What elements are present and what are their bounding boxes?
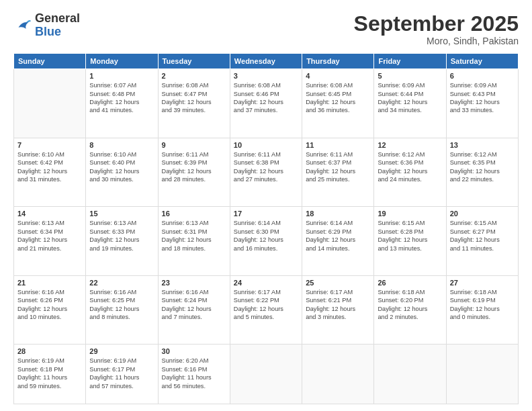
logo: General Blue [13, 12, 80, 39]
table-row: 2Sunrise: 6:08 AM Sunset: 6:47 PM Daylig… [158, 69, 230, 138]
calendar-header-row: Sunday Monday Tuesday Wednesday Thursday… [14, 54, 519, 69]
day-number: 20 [450, 210, 515, 218]
col-thursday: Thursday [302, 54, 374, 69]
day-number: 4 [306, 72, 370, 80]
table-row: 23Sunrise: 6:16 AM Sunset: 6:24 PM Dayli… [158, 275, 230, 345]
table-row: 27Sunrise: 6:18 AM Sunset: 6:19 PM Dayli… [446, 275, 518, 345]
table-row [230, 345, 302, 404]
day-number: 1 [89, 72, 154, 80]
table-row: 15Sunrise: 6:13 AM Sunset: 6:33 PM Dayli… [86, 207, 158, 276]
table-row: 1Sunrise: 6:07 AM Sunset: 6:48 PM Daylig… [86, 69, 158, 138]
page-header: General Blue September 2025 Moro, Sindh,… [13, 12, 519, 46]
day-info: Sunrise: 6:15 AM Sunset: 6:27 PM Dayligh… [450, 219, 515, 253]
day-number: 14 [17, 210, 82, 218]
day-info: Sunrise: 6:07 AM Sunset: 6:48 PM Dayligh… [89, 81, 154, 115]
day-info: Sunrise: 6:12 AM Sunset: 6:35 PM Dayligh… [450, 150, 515, 184]
logo-general-text: General [35, 11, 80, 25]
day-number: 23 [162, 279, 226, 287]
table-row: 16Sunrise: 6:13 AM Sunset: 6:31 PM Dayli… [158, 207, 230, 276]
table-row: 24Sunrise: 6:17 AM Sunset: 6:22 PM Dayli… [230, 275, 302, 345]
day-number: 7 [17, 141, 82, 149]
day-info: Sunrise: 6:16 AM Sunset: 6:24 PM Dayligh… [162, 288, 226, 322]
month-title: September 2025 [354, 12, 519, 36]
day-info: Sunrise: 6:19 AM Sunset: 6:18 PM Dayligh… [17, 357, 82, 390]
day-number: 30 [162, 347, 226, 355]
col-wednesday: Wednesday [230, 54, 302, 69]
day-number: 29 [89, 347, 154, 355]
day-number: 22 [89, 279, 154, 287]
table-row: 20Sunrise: 6:15 AM Sunset: 6:27 PM Dayli… [446, 207, 518, 276]
day-info: Sunrise: 6:10 AM Sunset: 6:40 PM Dayligh… [89, 150, 154, 184]
day-info: Sunrise: 6:11 AM Sunset: 6:39 PM Dayligh… [162, 150, 226, 184]
logo-bird-icon [13, 16, 32, 35]
day-info: Sunrise: 6:11 AM Sunset: 6:38 PM Dayligh… [234, 150, 298, 184]
day-info: Sunrise: 6:08 AM Sunset: 6:45 PM Dayligh… [306, 81, 370, 115]
table-row: 21Sunrise: 6:16 AM Sunset: 6:26 PM Dayli… [14, 275, 86, 345]
day-info: Sunrise: 6:13 AM Sunset: 6:31 PM Dayligh… [162, 219, 226, 253]
day-info: Sunrise: 6:20 AM Sunset: 6:16 PM Dayligh… [162, 357, 226, 390]
day-info: Sunrise: 6:09 AM Sunset: 6:44 PM Dayligh… [378, 81, 442, 115]
day-info: Sunrise: 6:08 AM Sunset: 6:47 PM Dayligh… [162, 81, 226, 115]
calendar-table: Sunday Monday Tuesday Wednesday Thursday… [13, 53, 519, 404]
day-info: Sunrise: 6:15 AM Sunset: 6:28 PM Dayligh… [378, 219, 442, 253]
day-number: 25 [306, 279, 370, 287]
day-number: 8 [89, 141, 154, 149]
calendar-week-row: 14Sunrise: 6:13 AM Sunset: 6:34 PM Dayli… [14, 207, 519, 276]
day-number: 17 [234, 210, 298, 218]
table-row: 29Sunrise: 6:19 AM Sunset: 6:17 PM Dayli… [86, 345, 158, 404]
day-number: 2 [162, 72, 226, 80]
logo-blue-text: Blue [35, 25, 61, 38]
title-block: September 2025 Moro, Sindh, Pakistan [354, 12, 519, 46]
col-tuesday: Tuesday [158, 54, 230, 69]
day-info: Sunrise: 6:14 AM Sunset: 6:30 PM Dayligh… [234, 219, 298, 253]
day-info: Sunrise: 6:10 AM Sunset: 6:42 PM Dayligh… [17, 150, 82, 184]
day-info: Sunrise: 6:16 AM Sunset: 6:26 PM Dayligh… [17, 288, 82, 322]
day-number: 11 [306, 141, 370, 149]
calendar-week-row: 28Sunrise: 6:19 AM Sunset: 6:18 PM Dayli… [14, 345, 519, 404]
col-monday: Monday [86, 54, 158, 69]
day-number: 6 [450, 72, 515, 80]
day-number: 28 [17, 347, 82, 355]
day-info: Sunrise: 6:16 AM Sunset: 6:25 PM Dayligh… [89, 288, 154, 322]
day-number: 9 [162, 141, 226, 149]
table-row: 28Sunrise: 6:19 AM Sunset: 6:18 PM Dayli… [14, 345, 86, 404]
col-sunday: Sunday [14, 54, 86, 69]
table-row: 3Sunrise: 6:08 AM Sunset: 6:46 PM Daylig… [230, 69, 302, 138]
day-info: Sunrise: 6:09 AM Sunset: 6:43 PM Dayligh… [450, 81, 515, 115]
table-row [14, 69, 86, 138]
table-row: 14Sunrise: 6:13 AM Sunset: 6:34 PM Dayli… [14, 207, 86, 276]
day-info: Sunrise: 6:14 AM Sunset: 6:29 PM Dayligh… [306, 219, 370, 253]
day-info: Sunrise: 6:18 AM Sunset: 6:19 PM Dayligh… [450, 288, 515, 322]
location: Moro, Sindh, Pakistan [354, 36, 519, 46]
day-info: Sunrise: 6:13 AM Sunset: 6:33 PM Dayligh… [89, 219, 154, 253]
day-number: 5 [378, 72, 442, 80]
day-number: 16 [162, 210, 226, 218]
table-row: 6Sunrise: 6:09 AM Sunset: 6:43 PM Daylig… [446, 69, 518, 138]
table-row: 18Sunrise: 6:14 AM Sunset: 6:29 PM Dayli… [302, 207, 374, 276]
day-number: 21 [17, 279, 82, 287]
table-row: 4Sunrise: 6:08 AM Sunset: 6:45 PM Daylig… [302, 69, 374, 138]
table-row: 25Sunrise: 6:17 AM Sunset: 6:21 PM Dayli… [302, 275, 374, 345]
day-info: Sunrise: 6:12 AM Sunset: 6:36 PM Dayligh… [378, 150, 442, 184]
day-number: 15 [89, 210, 154, 218]
day-info: Sunrise: 6:13 AM Sunset: 6:34 PM Dayligh… [17, 219, 82, 253]
day-number: 27 [450, 279, 515, 287]
table-row: 17Sunrise: 6:14 AM Sunset: 6:30 PM Dayli… [230, 207, 302, 276]
col-saturday: Saturday [446, 54, 518, 69]
day-info: Sunrise: 6:19 AM Sunset: 6:17 PM Dayligh… [89, 357, 154, 390]
table-row: 9Sunrise: 6:11 AM Sunset: 6:39 PM Daylig… [158, 138, 230, 207]
table-row [374, 345, 446, 404]
table-row: 26Sunrise: 6:18 AM Sunset: 6:20 PM Dayli… [374, 275, 446, 345]
calendar-week-row: 7Sunrise: 6:10 AM Sunset: 6:42 PM Daylig… [14, 138, 519, 207]
table-row: 10Sunrise: 6:11 AM Sunset: 6:38 PM Dayli… [230, 138, 302, 207]
day-number: 13 [450, 141, 515, 149]
col-friday: Friday [374, 54, 446, 69]
table-row [302, 345, 374, 404]
day-number: 24 [234, 279, 298, 287]
calendar-week-row: 1Sunrise: 6:07 AM Sunset: 6:48 PM Daylig… [14, 69, 519, 138]
day-info: Sunrise: 6:17 AM Sunset: 6:22 PM Dayligh… [234, 288, 298, 322]
table-row: 19Sunrise: 6:15 AM Sunset: 6:28 PM Dayli… [374, 207, 446, 276]
day-number: 26 [378, 279, 442, 287]
day-info: Sunrise: 6:17 AM Sunset: 6:21 PM Dayligh… [306, 288, 370, 322]
day-number: 19 [378, 210, 442, 218]
